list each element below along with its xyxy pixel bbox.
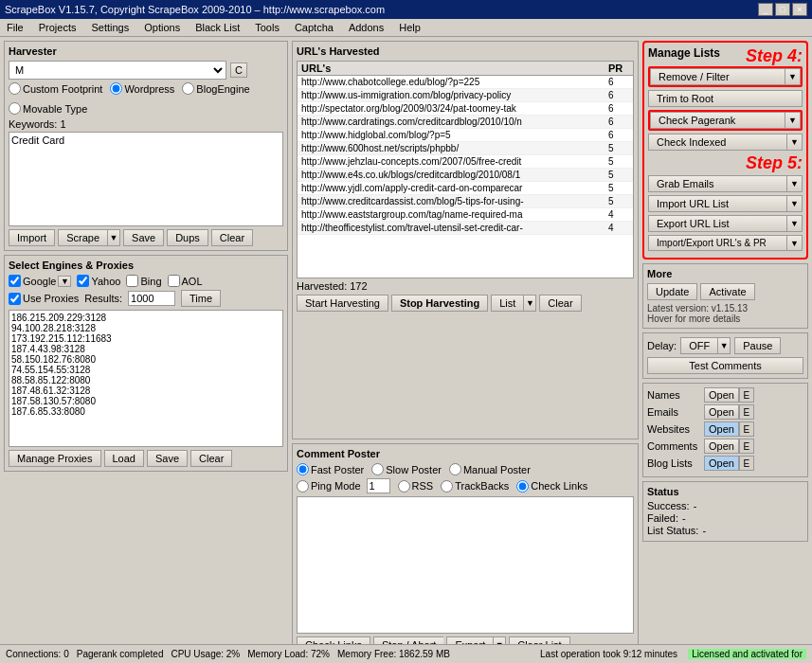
remove-filter-button[interactable]: Remove / Filter	[650, 68, 785, 85]
grab-emails-button[interactable]: Grab Emails	[648, 175, 787, 192]
comments-open-button[interactable]: Open	[704, 439, 739, 454]
names-open-button[interactable]: Open	[704, 387, 739, 403]
harvester-dropdown[interactable]: M	[9, 61, 226, 80]
scrape-button[interactable]: Scrape	[58, 229, 107, 246]
grab-emails-btn-row[interactable]: Grab Emails ▼	[648, 175, 803, 192]
names-e-button[interactable]: E	[739, 387, 754, 403]
clear-proxies-button[interactable]: Clear	[190, 450, 232, 467]
results-input[interactable]	[128, 291, 175, 306]
manage-proxies-button[interactable]: Manage Proxies	[9, 450, 101, 467]
remove-filter-arrow[interactable]: ▼	[785, 68, 801, 85]
yahoo-checkbox[interactable]	[77, 275, 89, 287]
clear-urls-button[interactable]: Clear	[539, 295, 581, 312]
check-links-radio[interactable]	[516, 480, 529, 493]
scrape-split-button[interactable]: Scrape ▼	[58, 229, 120, 246]
window-controls[interactable]: _ □ ×	[758, 3, 807, 16]
start-harvesting-button[interactable]: Start Harvesting	[297, 295, 388, 312]
time-button[interactable]: Time	[181, 290, 221, 307]
comments-e-button[interactable]: E	[739, 439, 754, 454]
ping-mode-radio[interactable]	[297, 480, 309, 493]
step5-label: Step 5:	[746, 153, 803, 172]
maximize-button[interactable]: □	[775, 3, 790, 16]
comment-text-area[interactable]	[297, 496, 634, 634]
ping-value-input[interactable]	[367, 478, 390, 493]
import-export-pr-arrow[interactable]: ▼	[787, 235, 803, 251]
clear-button[interactable]: Clear	[211, 229, 253, 246]
export-url-button[interactable]: Export URL List	[648, 215, 787, 232]
custom-footprint-radio[interactable]	[9, 82, 21, 95]
c-button[interactable]: C	[230, 63, 247, 78]
list-dropdown[interactable]: List ▼	[491, 295, 536, 312]
blog-lists-open-button[interactable]: Open	[704, 456, 739, 471]
trackbacks-radio[interactable]	[441, 480, 453, 493]
dups-button[interactable]: Dups	[167, 229, 208, 246]
wordpress-radio[interactable]	[110, 82, 122, 95]
export-url-btn-row[interactable]: Export URL List ▼	[648, 215, 803, 232]
check-pagerank-button[interactable]: Check Pagerank	[650, 112, 785, 129]
import-export-pr-btn-row[interactable]: Import/Export URL's & PR ▼	[648, 235, 803, 251]
use-proxies-checkbox[interactable]	[9, 293, 21, 305]
emails-open-button[interactable]: Open	[704, 404, 739, 420]
remove-filter-btn-row[interactable]: Remove / Filter ▼	[648, 66, 803, 87]
blog-lists-e-button[interactable]: E	[739, 456, 754, 471]
stop-harvesting-button[interactable]: Stop Harvesting	[391, 295, 488, 312]
aol-checkbox[interactable]	[168, 275, 180, 287]
rss-radio[interactable]	[398, 480, 410, 493]
delay-value[interactable]: OFF	[680, 337, 717, 354]
harvested-count: Harvested: 172	[297, 280, 634, 292]
emails-e-button[interactable]: E	[739, 404, 754, 420]
url-cell: http://www.jehzlau-concepts.com/2007/05/…	[298, 155, 604, 169]
menu-file[interactable]: File	[4, 21, 27, 34]
export-url-arrow[interactable]: ▼	[787, 215, 803, 232]
menu-addons[interactable]: Addons	[346, 21, 387, 34]
menu-projects[interactable]: Projects	[36, 21, 80, 34]
pause-button[interactable]: Pause	[734, 337, 781, 354]
activate-button[interactable]: Activate	[700, 283, 754, 300]
websites-e-button[interactable]: E	[739, 421, 754, 437]
manual-poster-radio[interactable]	[449, 463, 461, 475]
list-button[interactable]: List	[491, 295, 523, 312]
close-button[interactable]: ×	[792, 3, 807, 16]
delay-dropdown[interactable]: OFF ▼	[680, 337, 731, 354]
menu-tools[interactable]: Tools	[252, 21, 282, 34]
scrape-dropdown-arrow[interactable]: ▼	[107, 229, 120, 246]
google-checkbox[interactable]	[9, 275, 21, 287]
import-button[interactable]: Import	[9, 229, 55, 246]
grab-emails-arrow[interactable]: ▼	[787, 175, 803, 192]
menu-blacklist[interactable]: Black List	[192, 21, 243, 34]
websites-open-button[interactable]: Open	[704, 421, 739, 437]
import-url-button[interactable]: Import URL List	[648, 195, 787, 212]
import-export-pr-button[interactable]: Import/Export URL's & PR	[648, 235, 787, 251]
blogengine-radio[interactable]	[182, 82, 194, 95]
import-url-arrow[interactable]: ▼	[787, 195, 803, 212]
slow-poster-radio[interactable]	[371, 463, 384, 475]
list-dropdown-arrow[interactable]: ▼	[523, 295, 536, 312]
load-proxies-button[interactable]: Load	[104, 450, 144, 467]
proxy-area[interactable]: 186.215.209.229:3128 94.100.28.218:3128 …	[9, 310, 283, 447]
check-pagerank-arrow[interactable]: ▼	[785, 112, 801, 129]
pr-cell: 6	[604, 102, 633, 116]
keywords-area[interactable]: Credit Card	[9, 132, 283, 226]
check-indexed-arrow[interactable]: ▼	[787, 134, 803, 151]
fast-poster-radio[interactable]	[297, 463, 309, 475]
save-button[interactable]: Save	[123, 229, 164, 246]
urls-table-container[interactable]: URL's PR http://www.chabotcollege.edu/bl…	[297, 61, 634, 278]
trim-to-root-button[interactable]: Trim to Root	[648, 90, 803, 107]
menu-settings[interactable]: Settings	[88, 21, 132, 34]
menu-options[interactable]: Options	[141, 21, 183, 34]
minimize-button[interactable]: _	[758, 3, 773, 16]
save-proxies-button[interactable]: Save	[147, 450, 188, 467]
movable-type-radio[interactable]	[9, 102, 21, 115]
check-indexed-button[interactable]: Check Indexed	[648, 134, 787, 151]
bing-checkbox[interactable]	[126, 275, 138, 287]
status-panel: Status Success: - Failed: - List Status:…	[642, 481, 808, 542]
google-dropdown-arrow[interactable]: ▼	[58, 276, 71, 287]
check-indexed-btn-row[interactable]: Check Indexed ▼	[648, 134, 803, 151]
menu-captcha[interactable]: Captcha	[292, 21, 336, 34]
test-comments-button[interactable]: Test Comments	[647, 357, 803, 374]
delay-dropdown-arrow[interactable]: ▼	[717, 337, 731, 354]
import-url-btn-row[interactable]: Import URL List ▼	[648, 195, 803, 212]
check-pagerank-btn-row[interactable]: Check Pagerank ▼	[648, 110, 803, 131]
menu-help[interactable]: Help	[396, 21, 424, 34]
update-button[interactable]: Update	[647, 283, 697, 300]
